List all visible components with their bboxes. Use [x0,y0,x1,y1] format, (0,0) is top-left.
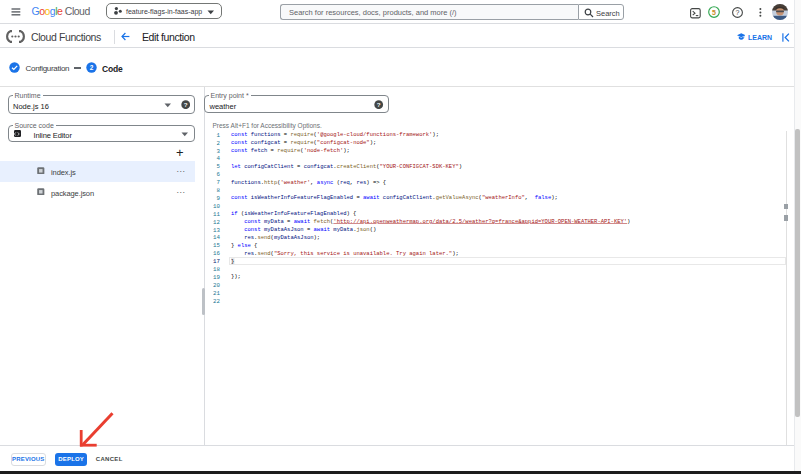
svg-text:?: ? [184,101,188,108]
svg-text:?: ? [377,101,381,108]
svg-text:?: ? [736,9,740,16]
svg-text:2: 2 [89,64,93,71]
svg-text:5: 5 [712,9,716,16]
